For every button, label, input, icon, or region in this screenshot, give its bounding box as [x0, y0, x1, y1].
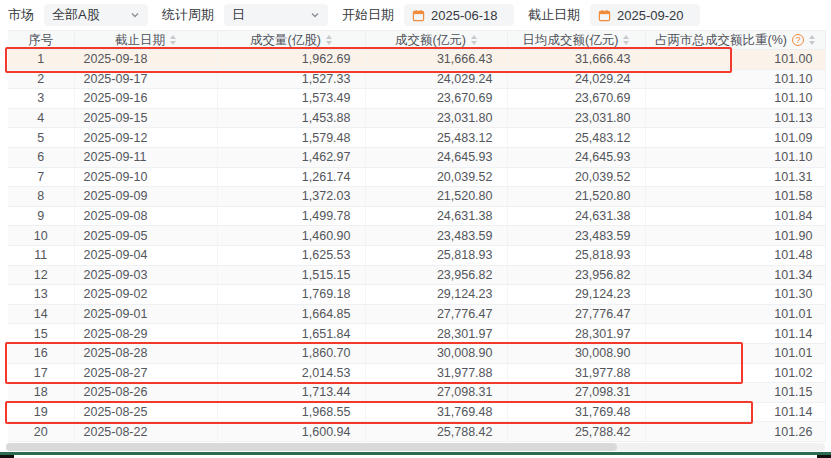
bottom-edge-line — [0, 452, 831, 455]
cell: 4 — [8, 108, 74, 128]
table-row: 142025-09-011,664.8527,776.4727,776.4710… — [8, 304, 825, 324]
cell: 28,301.97 — [365, 324, 507, 344]
cell: 25,483.12 — [365, 128, 507, 148]
column-header-2[interactable]: 截止日期 — [74, 31, 217, 50]
cell: 20,039.52 — [365, 167, 507, 187]
cell: 1,860.70 — [217, 343, 365, 363]
data-table: 序号截止日期成交量(亿股)成交额(亿元)日均成交额(亿元)占两市总成交额比重(%… — [8, 30, 825, 442]
cell: 23,956.82 — [507, 265, 645, 285]
cell: 101.31 — [645, 167, 825, 187]
cell: 101.02 — [645, 363, 825, 383]
cell: 24,029.24 — [507, 69, 645, 89]
cell: 23,483.59 — [365, 226, 507, 246]
cell: 3 — [8, 89, 74, 109]
cell: 101.00 — [645, 50, 825, 70]
table-row: 42025-09-151,453.8823,031.8023,031.80101… — [8, 108, 825, 128]
sort-caret-icon[interactable] — [471, 35, 477, 45]
start-date-picker[interactable]: 2025-06-18 — [404, 4, 514, 26]
period-select-value: 日 — [232, 6, 245, 24]
column-header-4[interactable]: 成交额(亿元) — [365, 31, 507, 50]
cell: 2025-08-26 — [74, 383, 217, 403]
cell: 2025-09-01 — [74, 304, 217, 324]
column-header-label: 成交额(亿元) — [395, 32, 466, 49]
calendar-icon — [598, 9, 611, 22]
app-root: 市场 全部A股 统计周期 日 开始日期 2025-06-18 截止日期 — [0, 0, 831, 458]
cell: 1,527.33 — [217, 69, 365, 89]
cell: 24,029.24 — [365, 69, 507, 89]
cell: 2025-09-05 — [74, 226, 217, 246]
column-header-3[interactable]: 成交量(亿股) — [217, 31, 365, 50]
question-circle-icon[interactable]: ? — [792, 34, 804, 46]
cell: 21,520.80 — [365, 187, 507, 207]
cell: 9 — [8, 206, 74, 226]
table-row: 72025-09-101,261.7420,039.5220,039.52101… — [8, 167, 825, 187]
column-header-label: 截止日期 — [115, 32, 165, 49]
start-date-value: 2025-06-18 — [431, 8, 498, 23]
cell: 17 — [8, 363, 74, 383]
column-header-label: 成交量(亿股) — [250, 32, 321, 49]
table-row: 62025-09-111,462.9724,645.9324,645.93101… — [8, 147, 825, 167]
table-row: 102025-09-051,460.9023,483.5923,483.5910… — [8, 226, 825, 246]
table-row: 172025-08-272,014.5331,977.8831,977.8810… — [8, 363, 825, 383]
cell: 1,962.69 — [217, 50, 365, 70]
sort-caret-icon[interactable] — [170, 35, 176, 45]
horizontal-scrollbar-thumb[interactable] — [6, 443, 617, 451]
cell: 2025-08-25 — [74, 402, 217, 422]
period-select[interactable]: 日 — [224, 4, 328, 26]
end-date-label: 截止日期 — [528, 6, 580, 24]
cell: 2025-08-27 — [74, 363, 217, 383]
sort-caret-icon[interactable] — [809, 35, 815, 45]
cell: 24,631.38 — [507, 206, 645, 226]
cell: 2025-09-18 — [74, 50, 217, 70]
cell: 29,124.23 — [507, 285, 645, 305]
table-row: 32025-09-161,573.4923,670.6923,670.69101… — [8, 89, 825, 109]
cell: 2025-08-22 — [74, 422, 217, 442]
cell: 101.01 — [645, 343, 825, 363]
cell: 2025-09-12 — [74, 128, 217, 148]
cell: 30,008.90 — [507, 343, 645, 363]
cell: 2025-09-03 — [74, 265, 217, 285]
table-row: 22025-09-171,527.3324,029.2424,029.24101… — [8, 69, 825, 89]
cell: 1,968.55 — [217, 402, 365, 422]
column-header-1: 序号 — [8, 31, 74, 50]
cell: 101.10 — [645, 147, 825, 167]
cell: 101.90 — [645, 226, 825, 246]
sort-caret-icon[interactable] — [623, 35, 629, 45]
cell: 5 — [8, 128, 74, 148]
column-header-5[interactable]: 日均成交额(亿元) — [507, 31, 645, 50]
table-row: 92025-09-081,499.7824,631.3824,631.38101… — [8, 206, 825, 226]
cell: 31,666.43 — [507, 50, 645, 70]
cell: 1,664.85 — [217, 304, 365, 324]
cell: 14 — [8, 304, 74, 324]
cell: 1,713.44 — [217, 383, 365, 403]
cell: 1,651.84 — [217, 324, 365, 344]
cell: 101.10 — [645, 89, 825, 109]
cell: 18 — [8, 383, 74, 403]
period-label: 统计周期 — [162, 6, 214, 24]
cell: 29,124.23 — [365, 285, 507, 305]
cell: 30,008.90 — [365, 343, 507, 363]
cell: 25,788.42 — [365, 422, 507, 442]
cell: 7 — [8, 167, 74, 187]
cell: 6 — [8, 147, 74, 167]
cell: 23,483.59 — [507, 226, 645, 246]
cell: 20,039.52 — [507, 167, 645, 187]
cell: 2025-09-16 — [74, 89, 217, 109]
cell: 1,499.78 — [217, 206, 365, 226]
cell: 101.15 — [645, 383, 825, 403]
table-row: 152025-08-291,651.8428,301.9728,301.9710… — [8, 324, 825, 344]
cell: 101.84 — [645, 206, 825, 226]
market-select[interactable]: 全部A股 — [44, 4, 148, 26]
cell: 1,372.03 — [217, 187, 365, 207]
cell: 1,625.53 — [217, 245, 365, 265]
end-date-picker[interactable]: 2025-09-20 — [590, 4, 700, 26]
cell: 101.48 — [645, 245, 825, 265]
cell: 1,579.48 — [217, 128, 365, 148]
cell: 2025-09-08 — [74, 206, 217, 226]
cell: 25,483.12 — [507, 128, 645, 148]
sort-caret-icon[interactable] — [326, 35, 332, 45]
cell: 24,631.38 — [365, 206, 507, 226]
column-header-label: 日均成交额(亿元) — [523, 32, 619, 49]
column-header-6[interactable]: 占两市总成交额比重(%)? — [645, 31, 825, 50]
cell: 2025-08-29 — [74, 324, 217, 344]
